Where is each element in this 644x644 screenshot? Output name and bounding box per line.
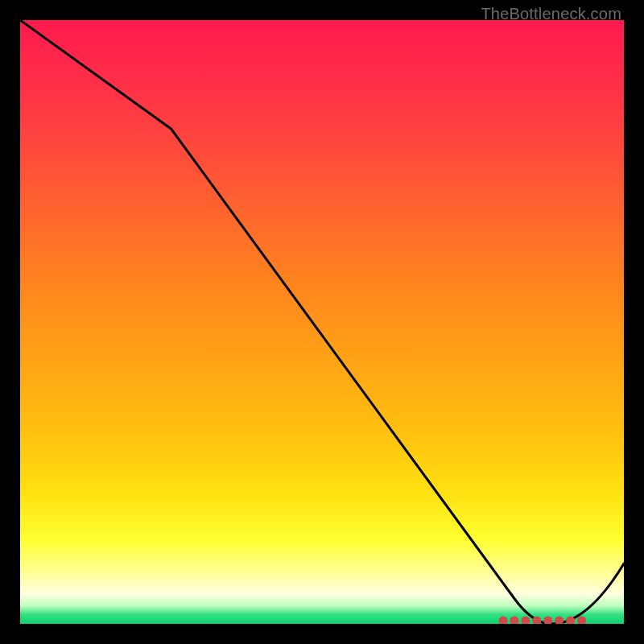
- curve-marker: [521, 617, 530, 625]
- chart-frame: TheBottleneck.com: [0, 0, 644, 644]
- curve-marker: [543, 617, 552, 625]
- curve-marker: [555, 617, 564, 625]
- curve-marker: [577, 617, 586, 625]
- chart-overlay: [20, 20, 624, 624]
- plot-area: [20, 20, 624, 624]
- curve-marker: [510, 617, 518, 625]
- bottleneck-curve-line: [20, 20, 624, 624]
- curve-marker: [499, 617, 508, 625]
